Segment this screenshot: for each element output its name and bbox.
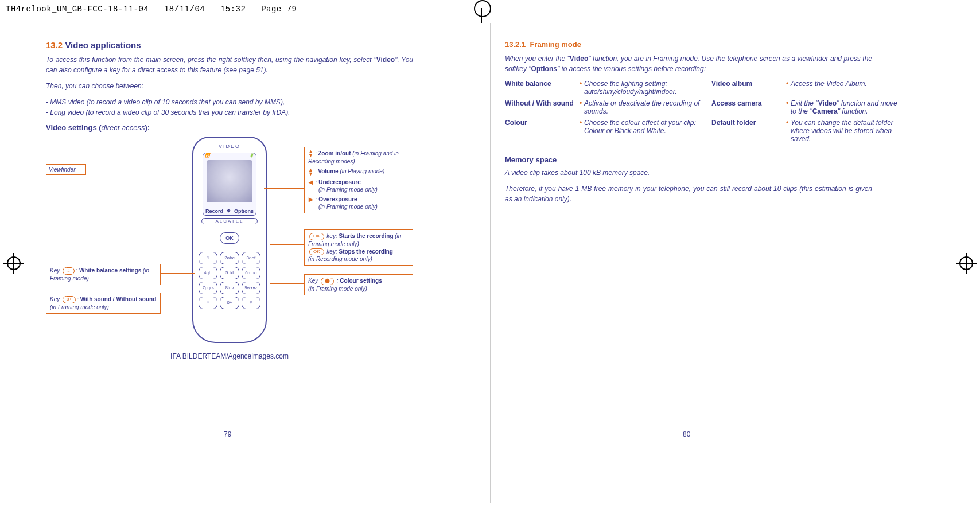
key-hash: # — [242, 297, 260, 309]
opt-label-video-album: Video album — [711, 80, 786, 96]
ok-key: OK — [220, 232, 239, 244]
opt-desc-access-camera: Exit the "Video" function and move to th… — [786, 99, 901, 115]
intro-paragraph-1: To access this function from the main sc… — [46, 54, 413, 75]
opt-label-white-balance: White balance — [505, 80, 580, 96]
header-filename: TH4relook_UM_GB-FCC-18-11-04 — [6, 5, 149, 14]
section-number: 13.2 — [46, 40, 63, 50]
softkey-right: Options — [234, 208, 254, 214]
page-79: 13.2 Video applications To access this f… — [46, 40, 413, 360]
ok-key-icon: OK — [309, 248, 324, 255]
registration-mark-left — [3, 253, 24, 274]
registration-mark-right — [956, 253, 977, 274]
key-icon: ☼ — [63, 267, 75, 274]
key-6: 6mno — [242, 267, 260, 279]
leader-wb — [161, 273, 195, 274]
callout-record-key: OK key: Starts the recording (in Framing… — [304, 229, 413, 266]
image-credit: IFA BILDERTEAM/Agenceimages.com — [46, 352, 413, 360]
header-time: 15:32 — [220, 5, 246, 14]
up-down-arrow-icon: ▲▼ — [308, 150, 313, 158]
options-table: White balance Choose the lighting settin… — [505, 80, 872, 143]
phone-screen: 📶🔋 Record ✥ Options — [203, 153, 256, 216]
callout-white-balance: Key ☼: White balance settings (in Framin… — [46, 264, 161, 285]
video-settings-heading: Video settings (direct access): — [46, 123, 413, 132]
subsection-heading: 13.2.1 Framing mode — [505, 40, 872, 49]
subsection-number: 13.2.1 — [505, 40, 526, 49]
opt-label-access-camera: Access camera — [711, 99, 786, 115]
opt-label-colour: Colour — [505, 119, 580, 143]
key-9: 9wxyz — [242, 282, 260, 294]
leader-colour — [270, 283, 304, 284]
choice-list: MMS video (to record a video clip of 10 … — [46, 97, 413, 118]
memory-heading: Memory space — [505, 155, 872, 164]
phone-outline: VIDEO 📶🔋 Record ✥ Options ALCATEL OK 1 2… — [192, 137, 267, 343]
phone-top-label: VIDEO — [193, 143, 266, 149]
opt-desc-colour: Choose the colour effect of your clip: C… — [580, 119, 711, 143]
key-1: 1 — [199, 252, 217, 264]
viewfinder-image — [207, 160, 252, 202]
leader-sound — [161, 303, 201, 303]
leader-record — [270, 244, 304, 245]
section-title: Video applications — [65, 40, 141, 50]
framing-intro: When you enter the "Video" function, you… — [505, 53, 872, 74]
header-date: 18/11/04 — [164, 5, 205, 14]
leader-arrows — [264, 188, 304, 189]
keypad: 1 2abc 3def 4ghi 5 jkl 6mno 7pqrs 8tuv 9… — [199, 252, 260, 309]
key-star: * — [199, 297, 217, 309]
choice-long: Long video (to record a video clip of 30… — [46, 107, 413, 118]
page-80: 13.2.1 Framing mode When you enter the "… — [505, 40, 872, 210]
section-heading: 13.2 Video applications — [46, 40, 413, 50]
callout-sound-toggle: Key 0+: With sound / Without sound (in F… — [46, 293, 161, 314]
opt-desc-default-folder: You can change the default folder where … — [786, 119, 901, 143]
left-arrow-icon: ◀ — [308, 178, 314, 186]
callout-colour-settings: Key ⬤ : Colour settings(in Framing mode … — [304, 274, 413, 295]
softkey-left: Record — [205, 208, 223, 214]
key-icon: 0+ — [63, 296, 76, 303]
opt-desc-white-balance: Choose the lighting setting: auto/shiny/… — [580, 80, 711, 96]
key-4: 4ghi — [199, 267, 217, 279]
up-down-arrow-icon: ▲▼ — [308, 168, 313, 176]
page-number-79: 79 — [224, 430, 231, 438]
opt-desc-video-album: Access the Video Album. — [786, 80, 901, 96]
key-2: 2abc — [220, 252, 239, 264]
opt-label-default-folder: Default folder — [711, 119, 786, 143]
page-gutter — [490, 23, 491, 503]
callout-viewfinder: Viewfinder — [46, 164, 86, 175]
key-5: 5 jkl — [220, 267, 239, 279]
memory-p2: Therefore, if you have 1 MB free memory … — [505, 184, 872, 204]
crop-mark-top — [481, 0, 499, 23]
phone-diagram: VIDEO 📶🔋 Record ✥ Options ALCATEL OK 1 2… — [46, 137, 413, 349]
right-arrow-icon: ▶ — [308, 196, 314, 203]
ok-key-icon: OK — [309, 233, 324, 240]
subsection-title: Framing mode — [530, 40, 581, 49]
key-7: 7pqrs — [199, 282, 217, 294]
page-number-80: 80 — [683, 430, 690, 438]
key-0: 0+ — [220, 297, 239, 309]
phone-brand: ALCATEL — [201, 218, 258, 224]
key-icon: ⬤ — [321, 278, 334, 285]
callout-nav-arrows: ▲▼ : Zoom in/out (in Framing and in Reco… — [304, 147, 413, 213]
key-3: 3def — [242, 252, 260, 264]
opt-desc-sound: Activate or deactivate the recording of … — [580, 99, 711, 115]
header-page: Page 79 — [261, 5, 297, 14]
leader-viewfinder — [86, 170, 195, 170]
opt-label-sound: Without / With sound — [505, 99, 580, 115]
nav-indicator-icon: ✥ — [227, 208, 231, 214]
choose-intro: Then, you can choose between: — [46, 81, 413, 91]
choice-mms: MMS video (to record a video clip of 10 … — [46, 97, 413, 107]
key-8: 8tuv — [220, 282, 239, 294]
memory-p1: A video clip takes about 100 kB memory s… — [505, 167, 872, 178]
